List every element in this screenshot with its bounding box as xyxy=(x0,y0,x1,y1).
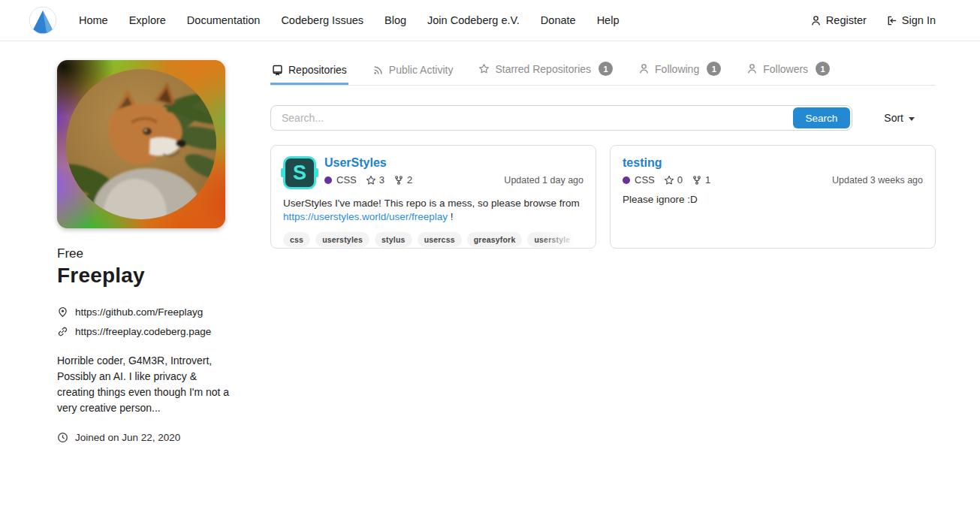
star-icon xyxy=(664,175,674,186)
tab-label: Starred Repositories xyxy=(495,63,591,75)
repo-description: UserStyles I've made! This repo is a mes… xyxy=(283,197,583,224)
nav-blog[interactable]: Blog xyxy=(374,0,417,41)
repo-icon xyxy=(272,65,283,76)
profile-joined-date: Joined on Jun 22, 2020 xyxy=(75,432,180,443)
sign-in-icon xyxy=(886,15,897,26)
rss-icon xyxy=(372,65,384,76)
repository-list: S UserStyles CSS 3 xyxy=(270,145,936,249)
tab-label: Followers xyxy=(763,63,808,75)
tab-followers[interactable]: Followers 1 xyxy=(745,60,831,85)
repo-language: CSS xyxy=(336,174,357,186)
codeberg-logo[interactable] xyxy=(28,5,58,35)
starred-count-badge: 1 xyxy=(599,62,613,76)
fox-avatar-image xyxy=(66,69,216,219)
main-nav: Home Explore Documentation Codeberg Issu… xyxy=(68,0,629,41)
nav-explore[interactable]: Explore xyxy=(119,0,176,41)
sort-label: Sort xyxy=(884,112,903,124)
star-count-value: 3 xyxy=(379,174,384,186)
star-count-value: 0 xyxy=(677,174,683,186)
language-dot xyxy=(324,177,332,184)
register-label: Register xyxy=(826,14,867,26)
profile-username: Freeplay xyxy=(57,264,231,288)
topic-tag[interactable]: css xyxy=(283,232,310,247)
profile-website-link[interactable]: https://freeplay.codeberg.page xyxy=(75,326,211,337)
topic-tag[interactable]: stylus xyxy=(375,232,412,247)
stylus-s-letter: S xyxy=(283,156,316,189)
profile-bio: Horrible coder, G4M3R, Introvert, Possib… xyxy=(57,353,231,416)
profile-details: https://github.com/Freeplayg https://fre… xyxy=(57,306,231,337)
tab-repositories[interactable]: Repositories xyxy=(270,62,348,85)
fork-count: 1 xyxy=(692,174,710,186)
sign-in-link[interactable]: Sign In xyxy=(876,14,945,26)
repo-card-userstyles: S UserStyles CSS 3 xyxy=(270,145,596,249)
fork-icon xyxy=(692,175,702,186)
search-button[interactable]: Search xyxy=(793,107,851,128)
repo-topic-tags: css userstyles stylus usercss greasyfork… xyxy=(283,232,583,247)
topic-tag[interactable]: userstyles xyxy=(315,232,369,247)
fork-icon xyxy=(394,175,404,186)
star-icon xyxy=(478,63,490,74)
followers-count-badge: 1 xyxy=(816,62,830,76)
profile-tabs: Repositories Public Activity Starred Rep… xyxy=(270,60,936,86)
nav-home[interactable]: Home xyxy=(68,0,119,41)
fork-count-value: 1 xyxy=(705,174,710,186)
profile-main: Repositories Public Activity Starred Rep… xyxy=(270,60,936,443)
person-icon xyxy=(638,63,650,74)
link-icon xyxy=(57,326,68,337)
repo-description-text: UserStyles I've made! This repo is a mes… xyxy=(283,198,580,209)
search-input[interactable] xyxy=(271,112,792,124)
fork-count: 2 xyxy=(394,174,412,186)
fork-count-value: 2 xyxy=(407,174,412,186)
repo-language: CSS xyxy=(635,174,655,186)
profile-location-row: https://github.com/Freeplayg xyxy=(57,306,231,318)
topic-tag[interactable]: cascading-style-sheets xyxy=(582,232,583,247)
star-icon xyxy=(366,175,376,186)
nav-codeberg-issues[interactable]: Codeberg Issues xyxy=(270,0,374,41)
language-dot xyxy=(623,177,630,184)
person-icon xyxy=(810,15,822,26)
register-link[interactable]: Register xyxy=(801,14,876,26)
navbar: Home Explore Documentation Codeberg Issu… xyxy=(0,0,980,41)
repo-link[interactable]: UserStyles xyxy=(324,156,387,170)
repo-search-box: Search xyxy=(270,105,852,131)
location-pin-icon xyxy=(57,306,68,318)
repo-updated: Updated 1 day ago xyxy=(504,175,583,186)
repo-link[interactable]: testing xyxy=(623,156,662,170)
sort-dropdown[interactable]: Sort xyxy=(884,112,915,124)
tab-label: Public Activity xyxy=(389,64,454,76)
profile-website-row: https://freeplay.codeberg.page xyxy=(57,326,231,337)
nav-help[interactable]: Help xyxy=(586,0,630,41)
profile-location: https://github.com/Freeplayg xyxy=(75,306,203,318)
star-count: 0 xyxy=(664,174,683,186)
repo-updated: Updated 3 weeks ago xyxy=(832,175,923,186)
person-icon xyxy=(746,63,758,74)
topic-tag[interactable]: usercss xyxy=(418,232,462,247)
star-count: 3 xyxy=(366,174,384,186)
tab-label: Following xyxy=(655,63,699,75)
repo-description-link[interactable]: https://userstyles.world/user/freeplay xyxy=(283,211,448,222)
sign-in-label: Sign In xyxy=(902,14,936,26)
clock-icon xyxy=(57,432,68,443)
chevron-down-icon xyxy=(909,117,915,121)
topic-tag[interactable]: greasyfork xyxy=(467,232,523,247)
profile-page: Free Freeplay https://github.com/Freepla… xyxy=(0,41,980,443)
codeberg-mountain-icon xyxy=(28,5,58,35)
profile-joined-row: Joined on Jun 22, 2020 xyxy=(57,432,231,443)
profile-display-name: Free xyxy=(57,246,231,261)
tab-label: Repositories xyxy=(288,64,347,76)
tab-public-activity[interactable]: Public Activity xyxy=(371,62,455,85)
nav-donate[interactable]: Donate xyxy=(530,0,586,41)
auth-links: Register Sign In xyxy=(801,14,945,26)
tab-starred-repositories[interactable]: Starred Repositories 1 xyxy=(477,60,614,85)
stylus-logo-avatar: S xyxy=(283,156,316,189)
repo-card-testing: testing CSS 0 1 xyxy=(610,145,936,249)
repo-description: Please ignore :D xyxy=(623,193,923,207)
topic-tag[interactable]: userstyle xyxy=(527,232,577,247)
profile-avatar xyxy=(57,60,225,228)
repo-description-suffix: ! xyxy=(448,211,454,222)
profile-sidebar: Free Freeplay https://github.com/Freepla… xyxy=(57,60,231,443)
tab-following[interactable]: Following 1 xyxy=(637,60,722,85)
nav-documentation[interactable]: Documentation xyxy=(176,0,271,41)
nav-join-codeberg[interactable]: Join Codeberg e.V. xyxy=(417,0,530,41)
following-count-badge: 1 xyxy=(707,62,721,76)
